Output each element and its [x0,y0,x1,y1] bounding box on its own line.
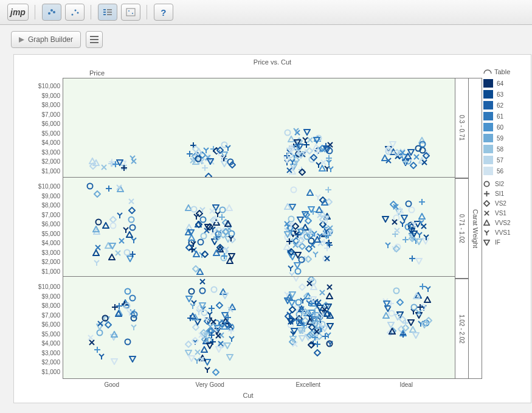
data-point[interactable] [381,154,389,162]
data-point[interactable] [309,296,317,303]
data-point[interactable] [112,161,119,168]
data-point[interactable] [387,321,395,328]
data-point[interactable] [204,223,212,231]
data-point[interactable] [195,221,202,228]
data-point[interactable] [410,221,418,228]
data-point[interactable] [227,235,235,242]
legend-swatch-row[interactable]: 57 [483,154,527,165]
legend-swatch-row[interactable]: 61 [483,111,527,122]
filter-toggle-button[interactable] [121,4,140,21]
legend-swatch-row[interactable]: 60 [483,122,527,133]
data-point[interactable] [185,229,192,236]
data-point[interactable] [128,207,136,214]
data-point[interactable] [407,319,415,326]
data-point[interactable] [224,220,232,227]
data-point[interactable] [188,288,195,295]
data-point[interactable] [186,150,193,158]
data-point[interactable] [226,353,233,361]
data-point[interactable] [418,213,426,220]
data-point[interactable] [292,277,300,282]
data-point[interactable] [126,231,133,238]
data-point[interactable] [295,299,302,306]
legend-marker-row[interactable]: VS2 [483,198,527,208]
legend-marker-row[interactable]: VVS2 [483,218,527,227]
data-point[interactable] [105,185,112,192]
data-point[interactable] [198,356,206,363]
data-point[interactable] [288,222,295,229]
data-point[interactable] [130,324,137,331]
data-point[interactable] [326,340,334,347]
chart-legend[interactable]: Table Depth 646362616059585756 SI2SI1VS2… [483,68,527,247]
data-point[interactable] [323,255,331,262]
data-point[interactable] [405,200,412,207]
legend-swatch-row[interactable]: 64 [483,78,527,89]
data-point[interactable] [227,327,235,335]
data-point[interactable] [210,318,217,325]
data-point[interactable] [100,164,108,171]
data-point[interactable] [286,167,293,174]
data-point[interactable] [201,251,209,258]
data-point[interactable] [199,278,206,285]
data-point[interactable] [323,310,331,318]
data-point[interactable] [319,216,326,223]
data-point[interactable] [118,237,125,245]
data-point[interactable] [193,213,200,220]
data-point[interactable] [286,151,294,159]
data-point[interactable] [128,198,135,205]
facet-panel[interactable] [63,277,455,376]
data-point[interactable] [190,240,197,248]
data-point[interactable] [396,299,404,306]
data-point[interactable] [288,271,295,277]
data-point[interactable] [216,147,224,154]
data-point[interactable] [308,341,315,349]
data-point[interactable] [227,306,234,313]
data-point[interactable] [308,324,316,331]
data-point[interactable] [289,291,296,298]
data-point[interactable] [224,144,232,151]
data-point[interactable] [392,203,399,210]
data-point[interactable] [205,173,212,178]
graph-builder-reveal[interactable]: Graph Builder [11,31,81,48]
data-point[interactable] [292,127,300,134]
data-point[interactable] [109,242,116,249]
data-point[interactable] [97,320,104,327]
data-point[interactable] [129,355,136,363]
data-point[interactable] [326,293,333,300]
data-point[interactable] [382,215,389,223]
plot-area[interactable] [63,78,455,379]
data-point[interactable] [219,154,226,162]
data-point[interactable] [299,335,306,342]
data-point[interactable] [195,148,202,155]
data-point[interactable] [215,345,223,353]
data-point[interactable] [221,292,229,299]
data-point[interactable] [394,313,401,321]
data-point[interactable] [413,293,420,300]
data-point[interactable] [226,204,233,212]
data-point[interactable] [111,358,118,365]
data-point[interactable] [316,206,323,213]
data-point[interactable] [116,184,123,191]
data-point[interactable] [294,262,301,269]
data-point[interactable] [287,318,294,325]
data-point[interactable] [306,331,314,339]
data-point[interactable] [94,190,101,198]
data-point[interactable] [325,240,332,247]
points-mode-button[interactable] [42,4,61,21]
options-menu-button[interactable] [86,31,103,48]
data-point[interactable] [195,308,202,316]
data-point[interactable] [128,216,135,223]
data-point[interactable] [130,158,137,165]
data-point[interactable] [302,308,309,316]
data-point[interactable] [126,309,133,316]
points-sparse-button[interactable] [65,4,85,21]
data-point[interactable] [413,153,420,161]
data-point[interactable] [421,159,428,166]
data-point[interactable] [215,332,222,339]
data-point[interactable] [204,366,211,373]
data-point[interactable] [188,355,195,362]
facet-panel[interactable] [63,178,455,277]
data-point[interactable] [89,162,97,170]
data-point[interactable] [212,369,219,376]
data-point[interactable] [410,304,418,311]
data-point[interactable] [389,328,396,335]
